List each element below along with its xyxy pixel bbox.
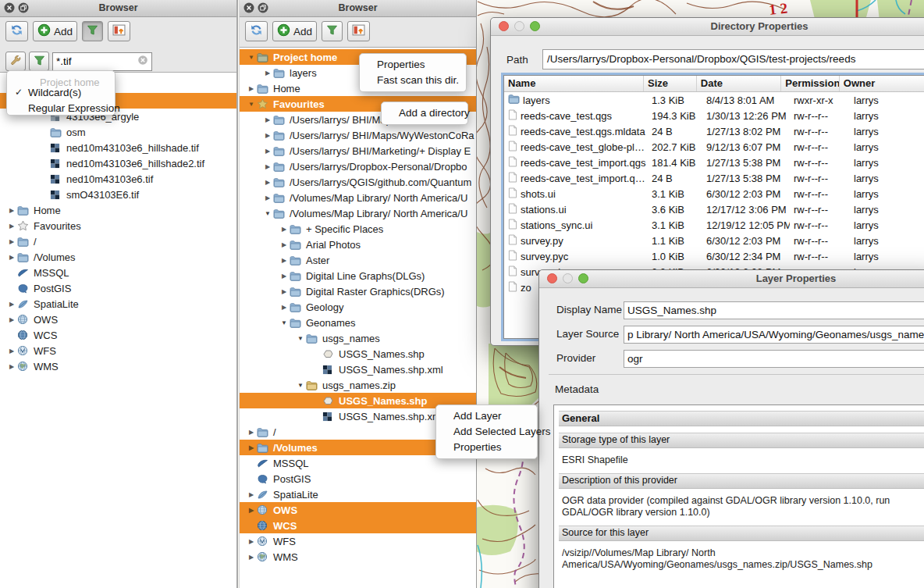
chevron-expanded-icon[interactable]: ▼ [295,382,306,389]
chevron-collapsed-icon[interactable]: ▶ [279,226,290,233]
chevron-collapsed-icon[interactable]: ▶ [6,223,17,230]
chevron-expanded-icon[interactable]: ▼ [279,319,290,326]
tree-item-ned10m43103e6-tif[interactable]: ned10m43103e6.tif [0,171,236,187]
add-button[interactable]: Add [33,21,77,41]
chevron-collapsed-icon[interactable]: ▶ [279,288,290,295]
chevron-collapsed-icon[interactable]: ▶ [279,257,290,264]
provider-field[interactable]: ogr [624,350,924,368]
chevron-collapsed-icon[interactable]: ▶ [262,132,273,139]
chevron-collapsed-icon[interactable]: ▶ [262,179,273,186]
filter-input[interactable]: *.tif [52,52,152,71]
column-header-date[interactable]: Date [696,76,780,91]
tree-item-geonames[interactable]: ▼Geonames [240,315,476,330]
tree-item-wfs[interactable]: ▶WFS [0,343,236,358]
undock-icon[interactable] [258,2,268,13]
menu-item-properties[interactable]: Properties [436,440,537,455]
path-field[interactable]: /Users/larrys/Dropbox-Personal/Dropbox/Q… [542,49,924,69]
chevron-collapsed-icon[interactable]: ▶ [262,69,273,77]
table-row-stations-ui[interactable]: stations.ui3.6 KiB12/17/12 3:06 PMrw-r--… [504,201,924,217]
tree-item-postgis[interactable]: PostGIS [0,280,236,296]
tree-item-users-larrys-dropbox-personal-dr[interactable]: ▶/Users/larrys/Dropbox-Personal/Dropbo [240,159,476,174]
chevron-collapsed-icon[interactable]: ▶ [262,163,273,170]
menu-item-regular-expression[interactable]: Regular Expression [7,101,115,116]
clear-filter-icon[interactable] [137,55,148,68]
chevron-collapsed-icon[interactable]: ▶ [6,363,17,370]
chevron-collapsed-icon[interactable]: ▶ [6,347,17,355]
tree-item-postgis[interactable]: PostGIS [240,471,476,486]
tree-item-ned10m43103e6-hillshade2-tif[interactable]: ned10m43103e6_hillshade2.tif [0,155,236,171]
tree-item-wcs[interactable]: WCS [240,518,476,533]
chevron-expanded-icon[interactable]: ▼ [295,335,306,342]
table-row-reeds-cave-test-qgs-mldata[interactable]: reeds-cave_test.qgs.mldata24 B1/27/13 8:… [504,123,924,139]
close-window-icon[interactable] [547,273,557,283]
tree-item-usgs-names-zip[interactable]: ▼usgs_names.zip [240,377,476,393]
chevron-collapsed-icon[interactable]: ▶ [246,491,257,498]
menu-item-add-a-directory[interactable]: Add a directory [382,105,467,121]
zoom-window-icon[interactable] [578,273,588,283]
filter-toggle-button[interactable] [322,21,343,41]
table-row-reeds-cave-test-import-qgs[interactable]: reeds-cave_test_import.qgs181.4 KiB1/27/… [504,155,924,170]
chevron-collapsed-icon[interactable]: ▶ [6,316,17,323]
tree-item-ned10m43103e6-hillshade-tif[interactable]: ned10m43103e6_hillshade.tif [0,140,236,155]
chevron-collapsed-icon[interactable]: ▶ [262,148,273,155]
refresh-button[interactable] [245,21,268,41]
properties-widget-button[interactable] [347,21,370,41]
chevron-collapsed-icon[interactable]: ▶ [262,194,273,201]
tree-item-osm[interactable]: osm [0,124,236,140]
tree-item-users-larrys-bhi-maps-wywestonco[interactable]: ▶/Users/larrys/ BHI/Maps/WyWestonCoRa [240,127,476,143]
table-row-layers[interactable]: layers1.3 KiB8/4/13 8:01 AMrwxr-xr-xlarr… [504,92,924,108]
tree-item-arial-photos[interactable]: ▶Arial Photos [240,237,476,252]
tree-item-users-larrys-bhi-marketing-displ[interactable]: ▶/Users/larrys/ BHI/Marketing/+ Display … [240,143,476,159]
close-window-icon[interactable] [499,21,509,31]
add-button[interactable]: Add [272,21,317,41]
tree-item-spatialite[interactable]: ▶SpatiaLite [0,296,236,312]
minimize-window-icon[interactable] [514,21,524,31]
tree-item-volumes-map-library-north-americ[interactable]: ▼/Volumes/Map Library/ North America/U [240,205,476,221]
chevron-collapsed-icon[interactable]: ▶ [246,85,257,92]
tree-item-mssql[interactable]: MSSQL [0,265,236,280]
table-row-reeds-cave-test-globe-pl[interactable]: reeds-cave_test_globe-pl…202.7 KiB9/12/1… [504,139,924,155]
tree-item-digital-line-graphs-dlgs[interactable]: ▶Digital Line Graphs(DLGs) [240,268,476,283]
minimize-window-icon[interactable] [563,273,573,283]
tree-item-wms[interactable]: ▶WMS [0,358,236,374]
undock-icon[interactable] [18,2,29,13]
chevron-collapsed-icon[interactable]: ▶ [262,116,273,123]
chevron-collapsed-icon[interactable]: ▶ [6,207,17,214]
tree-item-smo43103e6-tif[interactable]: smO43103E6.tif [0,187,236,202]
zoom-window-icon[interactable] [530,21,540,31]
tree-item-wcs[interactable]: WCS [0,327,236,343]
chevron-collapsed-icon[interactable]: ▶ [6,238,17,245]
column-header-owner[interactable]: Owner [839,76,924,91]
tree-item-wfs[interactable]: ▶WFS [240,533,476,549]
filter-options-button[interactable] [5,52,26,71]
chevron-collapsed-icon[interactable]: ▶ [246,429,257,436]
table-row-survey-py[interactable]: survey.py1.1 KiB6/30/12 2:03 PMrw-r--r--… [504,233,924,248]
properties-widget-button[interactable] [108,21,130,41]
refresh-button[interactable] [5,21,28,41]
column-header-permissions[interactable]: Permissions [780,76,839,91]
tree-item-usgs-names-shp-xml[interactable]: USGS_Names.shp.xml [240,362,476,377]
close-icon[interactable] [4,2,15,13]
tree-item-row[interactable]: ▶/ [0,233,236,249]
tree-item-spatialite[interactable]: ▶SpatiaLite [240,486,476,502]
column-header-name[interactable]: Name [504,76,643,91]
menu-item-add-selected-layers[interactable]: Add Selected Layers [436,424,537,440]
menu-item-fast-scan-this-dir[interactable]: Fast scan this dir. [360,73,466,88]
filter-toggle-button[interactable] [82,21,103,41]
tree-item-ows[interactable]: ▶OWS [240,502,476,518]
chevron-collapsed-icon[interactable]: ▶ [279,304,290,311]
table-row-reeds-cave-test-import-q[interactable]: reeds-cave_test_import.q…24 B1/27/13 5:3… [504,170,924,186]
chevron-collapsed-icon[interactable]: ▶ [246,444,257,451]
tree-item-aster[interactable]: ▶Aster [240,252,476,268]
tree-item-home[interactable]: ▶Home [0,202,236,218]
display-name-field[interactable]: USGS_Names.shp [624,301,924,319]
tree-item-specific-places[interactable]: ▶+ Specific Places [240,221,476,237]
chevron-collapsed-icon[interactable]: ▶ [279,241,290,248]
tree-item-ows[interactable]: ▶OWS [0,312,236,327]
chevron-collapsed-icon[interactable]: ▶ [246,538,257,545]
chevron-expanded-icon[interactable]: ▼ [246,54,257,61]
tree-item-wms[interactable]: ▶WMS [240,549,476,565]
tree-item-digital-raster-graphics-drgs[interactable]: ▶Digital Raster Graphics(DRGs) [240,283,476,299]
tree-item-favourites[interactable]: ▶Favourites [0,218,236,233]
table-row-stations-sync-ui[interactable]: stations_sync.ui3.1 KiB12/19/12 12:05 PM… [504,217,924,233]
